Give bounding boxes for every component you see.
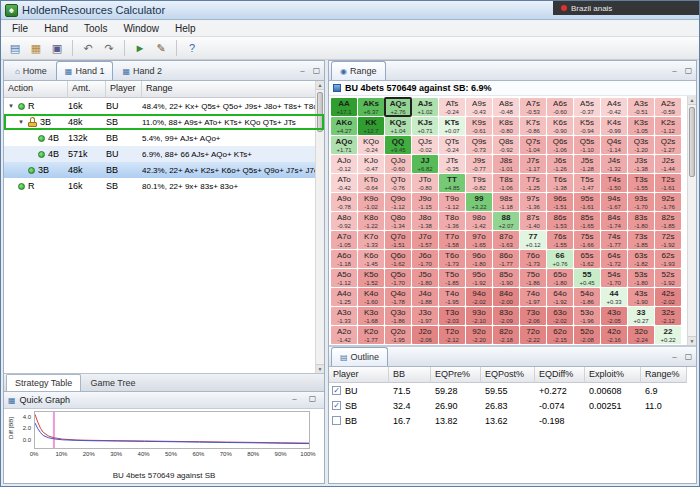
range-cell-55[interactable]: 55+0.45 xyxy=(574,269,600,287)
range-cell-63o[interactable]: 63o-2.02 xyxy=(547,307,573,325)
range-cell-k6o[interactable]: K6o-1.45 xyxy=(358,250,384,268)
range-cell-q4o[interactable]: Q4o-1.78 xyxy=(385,288,411,306)
range-cell-ajo[interactable]: AJo-0.12 xyxy=(331,155,357,173)
range-cell-a7o[interactable]: A7o-1.05 xyxy=(331,231,357,249)
range-cell-t5s[interactable]: T5s-1.47 xyxy=(574,174,600,192)
range-cell-t3s[interactable]: T3s-1.55 xyxy=(628,174,654,192)
range-cell-q3s[interactable]: Q3s-1.20 xyxy=(628,136,654,154)
range-cell-q5o[interactable]: Q5o-1.70 xyxy=(385,269,411,287)
range-cell-83s[interactable]: 83s-1.80 xyxy=(628,212,654,230)
outline-row[interactable]: ✓SB32.426.9026.83-0.0740.0025111.0 xyxy=(329,398,696,413)
range-cell-j4o[interactable]: J4o-1.88 xyxy=(412,288,438,306)
column-header-bb[interactable]: BB xyxy=(389,367,431,383)
range-cell-k4o[interactable]: K4o-1.60 xyxy=(358,288,384,306)
range-cell-t5o[interactable]: T5o-1.85 xyxy=(439,269,465,287)
expander-icon[interactable]: ▾ xyxy=(17,118,25,126)
expander-icon[interactable]: ▾ xyxy=(7,102,15,110)
range-cell-73o[interactable]: 73o-2.06 xyxy=(520,307,546,325)
range-cell-72o[interactable]: 72o-2.22 xyxy=(520,326,546,344)
tree-row[interactable]: 4B571kBU6.9%, 88+ 66 AJs+ AQo+ KTs+ xyxy=(4,146,324,162)
range-cell-a9s[interactable]: A9s-0.43 xyxy=(466,98,492,116)
range-cell-65o[interactable]: 65o-1.80 xyxy=(547,269,573,287)
range-cell-88[interactable]: 88+2.07 xyxy=(493,212,519,230)
menu-file[interactable]: File xyxy=(4,22,36,35)
range-cell-98s[interactable]: 98s-1.18 xyxy=(493,193,519,211)
range-cell-85o[interactable]: 85o-1.90 xyxy=(493,269,519,287)
range-cell-74o[interactable]: 74o-1.97 xyxy=(520,288,546,306)
range-cell-jj[interactable]: JJ+6.82 xyxy=(412,155,438,173)
range-cell-73s[interactable]: 73s-1.85 xyxy=(628,231,654,249)
range-cell-t4o[interactable]: T4o-1.95 xyxy=(439,288,465,306)
range-cell-k9o[interactable]: K9o-1.02 xyxy=(358,193,384,211)
range-cell-a7s[interactable]: A7s-0.53 xyxy=(520,98,546,116)
range-cell-k3s[interactable]: K3s-1.05 xyxy=(628,117,654,135)
range-cell-62o[interactable]: 62o-2.15 xyxy=(547,326,573,344)
range-cell-a9o[interactable]: A9o-0.78 xyxy=(331,193,357,211)
range-cell-32o[interactable]: 32o-2.24 xyxy=(628,326,654,344)
range-scrollbar[interactable]: ▲▼ xyxy=(687,96,696,345)
range-cell-52o[interactable]: 52o-2.08 xyxy=(574,326,600,344)
range-cell-22[interactable]: 22+0.22 xyxy=(655,326,681,344)
range-cell-ats[interactable]: ATs-0.24 xyxy=(439,98,465,116)
range-cell-q8o[interactable]: Q8o-1.34 xyxy=(385,212,411,230)
help-icon[interactable]: ? xyxy=(183,39,201,57)
range-cell-93s[interactable]: 93s-1.70 xyxy=(628,193,654,211)
range-cell-q9s[interactable]: Q9s-0.73 xyxy=(466,136,492,154)
range-cell-76o[interactable]: 76o-1.73 xyxy=(520,250,546,268)
range-cell-75o[interactable]: 75o-1.86 xyxy=(520,269,546,287)
range-cell-k8s[interactable]: K8s-0.80 xyxy=(493,117,519,135)
tab-outline[interactable]: ▤ Outline xyxy=(331,347,388,366)
scroll-down-arrow[interactable]: ▼ xyxy=(688,336,696,345)
range-cell-q4s[interactable]: Q4s-1.14 xyxy=(601,136,627,154)
edit-icon[interactable]: ✎ xyxy=(152,39,170,57)
range-cell-98o[interactable]: 98o-1.42 xyxy=(466,212,492,230)
range-cell-j4s[interactable]: J4s-1.32 xyxy=(601,155,627,173)
range-cell-t2s[interactable]: T2s-1.61 xyxy=(655,174,681,192)
column-header-action[interactable]: Action xyxy=(4,81,68,98)
menu-hand[interactable]: Hand xyxy=(36,22,76,35)
player-checkbox-bb[interactable] xyxy=(332,416,341,425)
player-checkbox-sb[interactable]: ✓ xyxy=(332,401,341,410)
range-cell-75s[interactable]: 75s-1.66 xyxy=(574,231,600,249)
range-cell-t9s[interactable]: T9s-0.82 xyxy=(466,174,492,192)
column-header-player[interactable]: Player xyxy=(106,81,142,98)
range-cell-kjs[interactable]: KJs+0.71 xyxy=(412,117,438,135)
range-cell-42s[interactable]: 42s-2.02 xyxy=(655,288,681,306)
range-cell-92s[interactable]: 92s-1.76 xyxy=(655,193,681,211)
range-cell-aa[interactable]: AA+17.1 xyxy=(331,98,357,116)
range-cell-42o[interactable]: 42o-2.16 xyxy=(601,326,627,344)
range-cell-76s[interactable]: 76s-1.55 xyxy=(547,231,573,249)
range-cell-q7o[interactable]: Q7o-1.51 xyxy=(385,231,411,249)
range-cell-k9s[interactable]: K9s-0.61 xyxy=(466,117,492,135)
range-cell-k7s[interactable]: K7s-0.86 xyxy=(520,117,546,135)
range-cell-97s[interactable]: 97s-1.36 xyxy=(520,193,546,211)
range-cell-t6s[interactable]: T6s-1.38 xyxy=(547,174,573,192)
range-cell-t2o[interactable]: T2o-2.12 xyxy=(439,326,465,344)
range-cell-52s[interactable]: 52s-1.92 xyxy=(655,269,681,287)
range-cell-53o[interactable]: 53o-1.96 xyxy=(574,307,600,325)
range-cell-54s[interactable]: 54s-1.70 xyxy=(601,269,627,287)
range-cell-86s[interactable]: 86s-1.53 xyxy=(547,212,573,230)
range-cell-85s[interactable]: 85s-1.65 xyxy=(574,212,600,230)
range-cell-ato[interactable]: ATo-0.42 xyxy=(331,174,357,192)
tab-game-tree[interactable]: Game Tree xyxy=(81,374,144,391)
scroll-down-arrow[interactable]: ▼ xyxy=(316,364,324,373)
range-cell-72s[interactable]: 72s-1.92 xyxy=(655,231,681,249)
column-header-range-[interactable]: Range% xyxy=(641,367,687,383)
range-cell-33[interactable]: 33+0.27 xyxy=(628,307,654,325)
range-cell-43o[interactable]: 43o-2.05 xyxy=(601,307,627,325)
undo-icon[interactable]: ↶ xyxy=(79,39,97,57)
range-cell-64s[interactable]: 64s-1.72 xyxy=(601,250,627,268)
tree-row[interactable]: R16kSB80.1%, 22+ 9x+ 83s+ 83o+ xyxy=(4,178,324,194)
maximize-icon[interactable]: ▢ xyxy=(306,392,319,405)
range-cell-94s[interactable]: 94s-1.67 xyxy=(601,193,627,211)
range-cell-aqo[interactable]: AQo+1.71 xyxy=(331,136,357,154)
range-cell-qq[interactable]: QQ+9.45 xyxy=(385,136,411,154)
range-cell-a4o[interactable]: A4o-1.25 xyxy=(331,288,357,306)
minimize-icon[interactable]: – xyxy=(668,64,681,77)
range-cell-a2s[interactable]: A2s-0.59 xyxy=(655,98,681,116)
range-cell-q6s[interactable]: Q6s-1.06 xyxy=(547,136,573,154)
calculate-icon[interactable]: ► xyxy=(131,39,149,57)
menu-tools[interactable]: Tools xyxy=(76,22,115,35)
tree-row[interactable]: 3B48kBB42.3%, 22+ Ax+ K2s+ K6o+ Q5s+ Q9o… xyxy=(4,162,324,178)
